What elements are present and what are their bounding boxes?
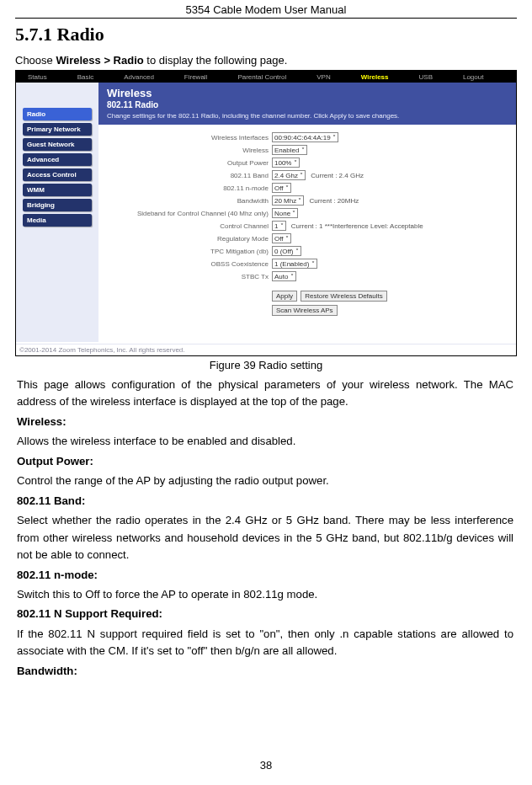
- instruction-line: Choose Wireless > Radio to display the f…: [15, 54, 517, 67]
- tab-wireless[interactable]: Wireless: [361, 73, 389, 81]
- label-regulatory-mode: Regulatory Mode: [107, 235, 272, 243]
- select-bandwidth[interactable]: 20 Mhz ˅: [272, 195, 304, 206]
- para-n-support: If the 802.11 N support required field i…: [17, 626, 513, 660]
- tab-vpn[interactable]: VPN: [317, 73, 330, 81]
- content-description: Change settings for the 802.11 Radio, in…: [107, 112, 508, 120]
- band-current: Current : 2.4 GHz: [311, 172, 364, 179]
- select-stbc-tx[interactable]: Auto ˅: [272, 271, 296, 281]
- sidebar-item-radio[interactable]: Radio: [23, 108, 92, 120]
- tab-status[interactable]: Status: [28, 73, 47, 81]
- label-nmode: 802.11 n-mode: [107, 184, 272, 192]
- para-nmode: Switch this to Off to force the AP to op…: [17, 586, 513, 603]
- restore-defaults-button[interactable]: Restore Wireless Defaults: [301, 291, 386, 302]
- label-bandwidth: Bandwidth: [107, 197, 272, 205]
- content-title: Wireless: [107, 87, 508, 99]
- sidebar-item-bridging[interactable]: Bridging: [23, 199, 92, 211]
- label-obss: OBSS Coexistence: [107, 260, 272, 268]
- label-band: 802.11 Band: [107, 172, 272, 179]
- sidebar: Radio Primary Network Guest Network Adva…: [16, 83, 98, 342]
- content-pane: Wireless 802.11 Radio Change settings fo…: [98, 83, 516, 342]
- select-tpc-mitigation[interactable]: 0 (Off) ˅: [272, 246, 301, 256]
- page-number: 38: [0, 759, 532, 772]
- label-control-channel: Control Channel: [107, 222, 272, 230]
- heading-nmode: 802.11 n-mode:: [17, 567, 513, 584]
- para-output-power: Control the range of the AP by adjusting…: [17, 473, 513, 489]
- instruction-prefix: Choose: [15, 54, 56, 67]
- heading-output-power: Output Power:: [17, 453, 513, 470]
- settings-form: Wireless Interfaces00:90:4C:64:4A:19 ˅ W…: [98, 125, 516, 323]
- instruction-suffix: to display the following page.: [144, 54, 288, 67]
- tab-parental[interactable]: Parental Control: [237, 73, 286, 81]
- select-nmode[interactable]: Off ˅: [272, 183, 291, 193]
- label-stbc-tx: STBC Tx: [107, 273, 272, 280]
- label-wireless: Wireless: [107, 147, 272, 154]
- label-tpc-mitigation: TPC Mitigation (db): [107, 248, 272, 255]
- para-band: Select whether the radio operates in the…: [17, 512, 513, 563]
- control-channel-current: Current : 1 ***Interference Level: Accep…: [291, 222, 423, 230]
- body-text: This page allows configuration of the ph…: [15, 376, 517, 680]
- sidebar-item-wmm[interactable]: WMM: [23, 184, 92, 196]
- figure-caption: Figure 39 Radio setting: [15, 359, 517, 371]
- select-wireless[interactable]: Enabled ˅: [272, 145, 307, 155]
- label-sideband: Sideband for Control Channel (40 Mhz onl…: [107, 210, 272, 217]
- document-header: 5354 Cable Modem User Manual: [15, 0, 517, 19]
- content-subtitle: 802.11 Radio: [107, 100, 508, 109]
- tab-usb[interactable]: USB: [419, 73, 433, 81]
- tab-logout[interactable]: Logout: [463, 73, 483, 81]
- instruction-path: Wireless > Radio: [56, 54, 143, 67]
- sidebar-item-primary-network[interactable]: Primary Network: [23, 123, 92, 136]
- heading-n-support: 802.11 N Support Required:: [17, 606, 513, 622]
- tab-advanced[interactable]: Advanced: [124, 73, 154, 81]
- tab-firewall[interactable]: Firewall: [184, 73, 208, 81]
- heading-wireless: Wireless:: [17, 414, 513, 430]
- select-obss[interactable]: 1 (Enabled) ˅: [272, 259, 317, 269]
- select-sideband[interactable]: None ˅: [272, 208, 298, 218]
- select-regulatory-mode[interactable]: Off ˅: [272, 233, 291, 243]
- screenshot-footer: ©2001-2014 Zoom Telephonics, Inc. All ri…: [16, 344, 516, 355]
- tab-basic[interactable]: Basic: [77, 73, 94, 81]
- top-tab-bar: Status Basic Advanced Firewall Parental …: [16, 71, 516, 83]
- select-wireless-interfaces[interactable]: 00:90:4C:64:4A:19 ˅: [272, 132, 338, 142]
- section-heading: 5.7.1 Radio: [15, 24, 517, 45]
- bandwidth-current: Current : 20MHz: [309, 197, 359, 205]
- scan-aps-button[interactable]: Scan Wireless APs: [272, 305, 338, 316]
- select-band[interactable]: 2.4 Ghz ˅: [272, 170, 306, 180]
- label-wireless-interfaces: Wireless Interfaces: [107, 134, 272, 142]
- select-control-channel[interactable]: 1 ˅: [272, 221, 286, 231]
- apply-button[interactable]: Apply: [272, 291, 297, 302]
- sidebar-item-media[interactable]: Media: [23, 214, 92, 227]
- heading-bandwidth: Bandwidth:: [17, 663, 513, 680]
- screenshot-figure: Status Basic Advanced Firewall Parental …: [15, 70, 517, 356]
- sidebar-item-guest-network[interactable]: Guest Network: [23, 138, 92, 151]
- sidebar-item-advanced[interactable]: Advanced: [23, 153, 92, 166]
- select-output-power[interactable]: 100% ˅: [272, 158, 300, 168]
- intro-paragraph: This page allows configuration of the ph…: [17, 376, 513, 411]
- heading-band: 802.11 Band:: [17, 493, 513, 510]
- label-output-power: Output Power: [107, 159, 272, 167]
- sidebar-item-access-control[interactable]: Access Control: [23, 168, 92, 181]
- para-wireless: Allows the wireless interface to be enab…: [17, 433, 513, 450]
